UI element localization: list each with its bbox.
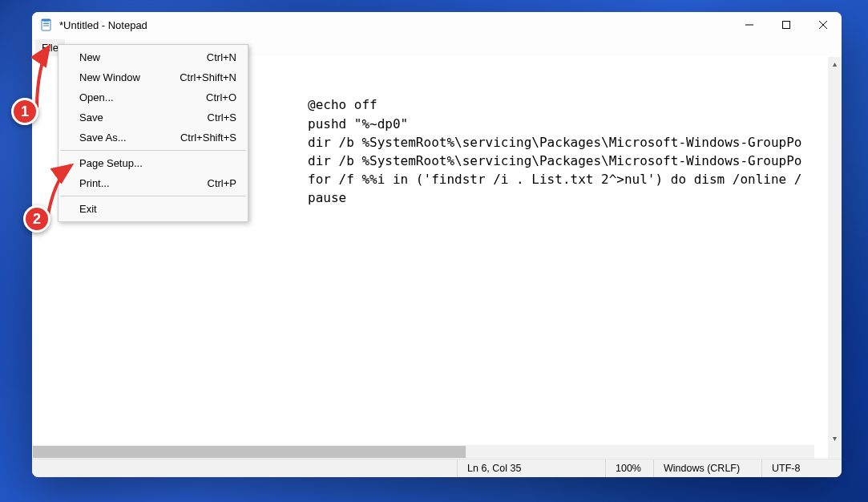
menu-shortcut: Ctrl+Shift+N [180, 71, 236, 83]
window-title: *Untitled - Notepad [59, 19, 731, 31]
annotation-badge-1: 1 [11, 98, 38, 125]
scroll-up-icon[interactable]: ▴ [828, 57, 842, 71]
menu-shortcut: Ctrl+Shift+S [180, 132, 236, 144]
svg-rect-4 [42, 19, 50, 21]
menu-shortcut: Ctrl+N [207, 51, 236, 63]
menu-separator [60, 150, 246, 151]
status-position: Ln 6, Col 35 [457, 459, 605, 477]
file-menu-new[interactable]: New Ctrl+N [59, 47, 248, 67]
close-button[interactable] [805, 12, 842, 38]
svg-rect-0 [42, 19, 50, 30]
scroll-down-icon[interactable]: ▾ [828, 431, 842, 445]
file-menu-exit[interactable]: Exit [59, 199, 248, 219]
svg-rect-6 [783, 22, 790, 29]
status-zoom: 100% [605, 459, 653, 477]
menu-label: Save [79, 111, 208, 123]
file-menu-save[interactable]: Save Ctrl+S [59, 107, 248, 128]
scroll-thumb-horizontal[interactable] [33, 446, 466, 458]
status-line-ending: Windows (CRLF) [653, 459, 761, 477]
file-menu-save-as[interactable]: Save As... Ctrl+Shift+S [59, 128, 248, 148]
scroll-corner [828, 445, 842, 459]
menu-label: Print... [79, 177, 208, 189]
menu-label: Page Setup... [79, 157, 236, 169]
vertical-scrollbar[interactable]: ▴ ▾ [828, 57, 842, 445]
horizontal-scrollbar[interactable] [32, 445, 814, 459]
file-dropdown-menu: New Ctrl+N New Window Ctrl+Shift+N Open.… [58, 44, 248, 222]
titlebar: *Untitled - Notepad [32, 12, 842, 38]
menu-label: Open... [79, 91, 206, 103]
menu-label: New [79, 51, 207, 63]
statusbar: Ln 6, Col 35 100% Windows (CRLF) UTF-8 [32, 459, 842, 477]
menu-label: Exit [79, 203, 236, 215]
status-encoding: UTF-8 [761, 459, 842, 477]
minimize-button[interactable] [731, 12, 768, 38]
notepad-app-icon [40, 18, 53, 31]
hscroll-row [32, 445, 842, 459]
menu-shortcut: Ctrl+O [206, 91, 236, 103]
file-menu-open[interactable]: Open... Ctrl+O [59, 87, 248, 107]
notepad-window: *Untitled - Notepad File Edit Format Vie… [32, 12, 842, 477]
menu-label: Save As... [79, 132, 180, 144]
menu-separator [60, 196, 246, 196]
file-menu-print[interactable]: Print... Ctrl+P [59, 173, 248, 193]
window-controls [731, 12, 842, 38]
menu-shortcut: Ctrl+P [208, 177, 236, 189]
status-spacer [32, 459, 457, 477]
file-menu-new-window[interactable]: New Window Ctrl+Shift+N [59, 67, 248, 87]
annotation-badge-2: 2 [23, 205, 50, 233]
maximize-button[interactable] [768, 12, 805, 38]
menu-label: New Window [79, 71, 180, 83]
file-menu-page-setup[interactable]: Page Setup... [59, 153, 248, 173]
menu-shortcut: Ctrl+S [208, 111, 236, 123]
